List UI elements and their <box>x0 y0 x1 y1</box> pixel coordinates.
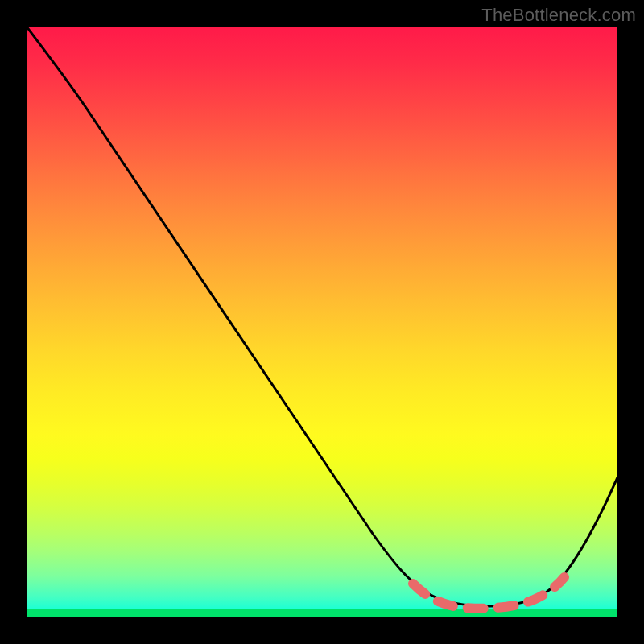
bottleneck-curve <box>27 27 617 606</box>
chart-frame: TheBottleneck.com <box>0 0 644 644</box>
plot-area <box>27 27 617 617</box>
attribution-label: TheBottleneck.com <box>481 5 636 26</box>
optimal-range-highlight <box>413 577 564 609</box>
curve-layer <box>27 27 617 617</box>
